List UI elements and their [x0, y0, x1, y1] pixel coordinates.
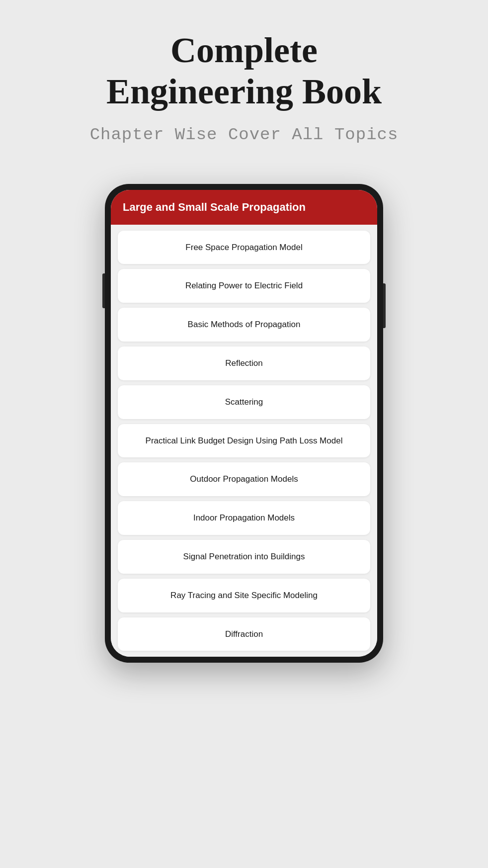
list-item[interactable]: Relating Power to Electric Field [118, 269, 370, 303]
topic-label: Scattering [225, 397, 263, 407]
title-line2: Engineering Book [106, 72, 382, 111]
topic-label: Ray Tracing and Site Specific Modeling [170, 591, 318, 600]
topic-label: Free Space Propagation Model [185, 243, 302, 252]
list-item[interactable]: Ray Tracing and Site Specific Modeling [118, 579, 370, 612]
list-item[interactable]: Indoor Propagation Models [118, 501, 370, 535]
topic-label: Practical Link Budget Design Using Path … [146, 436, 343, 445]
chapter-header-title: Large and Small Scale Propagation [123, 201, 306, 213]
phone-screen: Large and Small Scale Propagation Free S… [111, 190, 377, 657]
list-item[interactable]: Free Space Propagation Model [118, 231, 370, 264]
list-item[interactable]: Diffraction [118, 617, 370, 651]
topics-list: Free Space Propagation ModelRelating Pow… [111, 225, 377, 657]
list-item[interactable]: Signal Penetration into Buildings [118, 540, 370, 574]
page-title: Complete Engineering Book [106, 30, 382, 112]
topic-label: Diffraction [225, 629, 263, 639]
title-line1: Complete [170, 30, 318, 70]
list-item[interactable]: Practical Link Budget Design Using Path … [118, 424, 370, 458]
page-subtitle: Chapter Wise Cover All Topics [90, 125, 399, 144]
phone-mockup: Large and Small Scale Propagation Free S… [105, 184, 383, 663]
topic-label: Relating Power to Electric Field [185, 281, 303, 290]
topic-label: Basic Methods of Propagation [188, 320, 301, 329]
list-item[interactable]: Basic Methods of Propagation [118, 308, 370, 342]
topic-label: Indoor Propagation Models [193, 513, 295, 522]
list-item[interactable]: Reflection [118, 347, 370, 380]
list-item[interactable]: Scattering [118, 385, 370, 419]
topic-label: Signal Penetration into Buildings [183, 552, 305, 561]
topic-label: Outdoor Propagation Models [190, 474, 298, 484]
chapter-header: Large and Small Scale Propagation [111, 190, 377, 225]
list-item[interactable]: Outdoor Propagation Models [118, 462, 370, 496]
topic-label: Reflection [225, 358, 263, 368]
